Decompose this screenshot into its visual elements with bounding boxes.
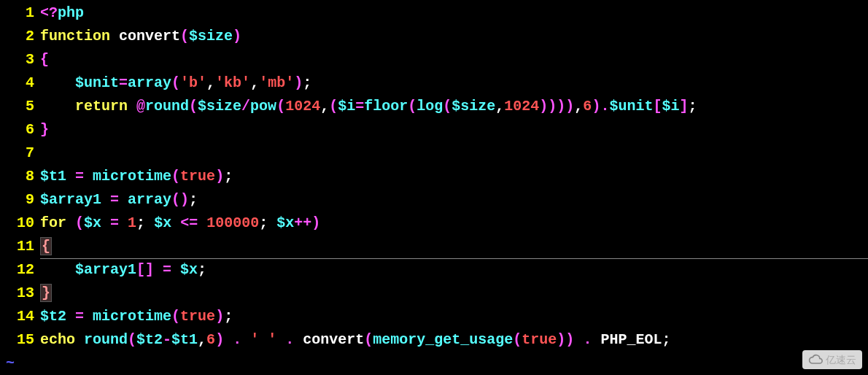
token-default — [40, 74, 75, 91]
code-line[interactable]: 1<?php — [0, 1, 868, 25]
token-keyword: return — [75, 98, 136, 115]
line-number: 12 — [0, 258, 40, 282]
code-content[interactable]: { — [40, 48, 868, 71]
code-line[interactable]: 10for ($x = 1; $x <= 100000; $x++) — [0, 212, 868, 235]
code-content[interactable]: $array1 = array(); — [40, 188, 868, 212]
token-paren: ) — [592, 98, 600, 115]
token-white: convert — [119, 28, 180, 45]
token-func: microtime — [93, 308, 171, 325]
line-number: 15 — [0, 328, 40, 352]
code-line[interactable]: 6} — [0, 118, 868, 142]
code-line[interactable]: 9$array1 = array(); — [0, 188, 868, 212]
token-string: ' ' — [250, 331, 276, 348]
code-content[interactable]: return @round($size/pow(1024,($i=floor(l… — [40, 95, 868, 118]
token-keyword: for — [40, 214, 75, 231]
code-line[interactable]: 14$t2 = microtime(true); — [0, 305, 868, 328]
code-line[interactable]: 4 $unit=array('b','kb','mb'); — [0, 71, 868, 95]
token-keyword: function — [40, 28, 119, 45]
token-func: pow — [250, 98, 276, 115]
code-content[interactable]: <?php — [40, 1, 868, 25]
line-number: 2 — [0, 25, 40, 48]
code-line[interactable]: 7 — [0, 142, 868, 165]
code-line[interactable]: 12 $array1[] = $x; — [0, 258, 868, 282]
token-op: = — [75, 168, 84, 185]
code-content[interactable]: $t2 = microtime(true); — [40, 305, 868, 328]
token-default — [101, 214, 110, 231]
token-default — [241, 331, 250, 348]
line-number: 1 — [0, 1, 40, 25]
code-line[interactable]: 15echo round($t2-$t1,6) . ' ' . convert(… — [0, 328, 868, 352]
token-default — [66, 308, 75, 325]
token-default — [145, 214, 154, 231]
token-func: floor — [364, 98, 408, 115]
code-content[interactable]: $unit=array('b','kb','mb'); — [40, 71, 868, 95]
code-line[interactable]: 13} — [0, 282, 868, 305]
code-line[interactable]: 11{ — [0, 235, 868, 258]
token-paren: ( — [128, 331, 136, 348]
code-line[interactable]: 8$t1 = microtime(true); — [0, 165, 868, 188]
token-default — [171, 261, 180, 278]
token-op: . — [233, 331, 241, 348]
token-var: $i — [662, 98, 679, 115]
token-func: round — [145, 98, 189, 115]
token-paren: ) — [311, 214, 320, 231]
code-content[interactable]: } — [40, 282, 868, 305]
token-var: $i — [338, 98, 355, 115]
token-white: , — [574, 98, 583, 115]
token-var: $x — [180, 261, 198, 278]
code-line[interactable]: 3{ — [0, 48, 868, 71]
token-op: @ — [136, 98, 145, 115]
token-white: ; — [198, 261, 206, 278]
code-content[interactable]: $array1[] = $x; — [40, 258, 868, 282]
code-content[interactable]: echo round($t2-$t1,6) . ' ' . convert(me… — [40, 328, 868, 352]
token-var: $t2 — [136, 331, 163, 348]
code-line[interactable]: 5 return @round($size/pow(1024,($i=floor… — [0, 95, 868, 118]
token-op: <= — [180, 214, 198, 231]
token-op: / — [241, 98, 250, 115]
token-white: , — [250, 74, 259, 91]
token-default — [171, 214, 180, 231]
code-content[interactable]: $t1 = microtime(true); — [40, 165, 868, 188]
token-white: ; — [224, 308, 233, 325]
token-default — [84, 168, 93, 185]
token-var: $x — [276, 214, 294, 231]
line-number: 7 — [0, 142, 40, 165]
token-hl-brace: { — [40, 237, 52, 255]
token-var: $array1 — [40, 191, 101, 208]
line-number: 5 — [0, 95, 40, 118]
token-op: <? — [40, 4, 58, 21]
code-editor[interactable]: 1<?php2function convert($size)3{4 $unit=… — [0, 0, 868, 352]
watermark: 亿速云 — [802, 350, 862, 369]
token-default — [101, 191, 110, 208]
token-white: ; — [688, 98, 697, 115]
code-content[interactable]: } — [40, 118, 868, 142]
code-content[interactable]: function convert($size) — [40, 25, 868, 48]
token-default — [154, 261, 163, 278]
token-op: = — [110, 191, 119, 208]
token-paren: ) — [294, 74, 303, 91]
token-white: ; — [224, 168, 233, 185]
token-var: $t1 — [171, 331, 198, 348]
code-line[interactable]: 2function convert($size) — [0, 25, 868, 48]
token-number: true — [180, 168, 215, 185]
token-white: , — [198, 331, 206, 348]
code-content[interactable]: for ($x = 1; $x <= 100000; $x++) — [40, 212, 868, 235]
token-paren: ( — [75, 214, 84, 231]
token-paren: () — [171, 191, 189, 208]
token-white: convert — [303, 331, 364, 348]
token-paren: )) — [557, 331, 574, 348]
token-op: = — [110, 214, 119, 231]
token-paren: [ — [653, 98, 662, 115]
line-number: 6 — [0, 118, 40, 142]
line-number: 4 — [0, 71, 40, 95]
token-var: $x — [84, 214, 101, 231]
token-number: true — [180, 308, 215, 325]
token-white: ; — [662, 331, 670, 348]
token-var: $unit — [609, 98, 653, 115]
token-white: PHP_EOL — [600, 331, 662, 348]
cloud-icon — [808, 352, 823, 367]
code-content[interactable]: { — [40, 235, 868, 258]
token-paren: ( — [329, 98, 338, 115]
token-var: $t2 — [40, 308, 66, 325]
token-func: round — [84, 331, 128, 348]
